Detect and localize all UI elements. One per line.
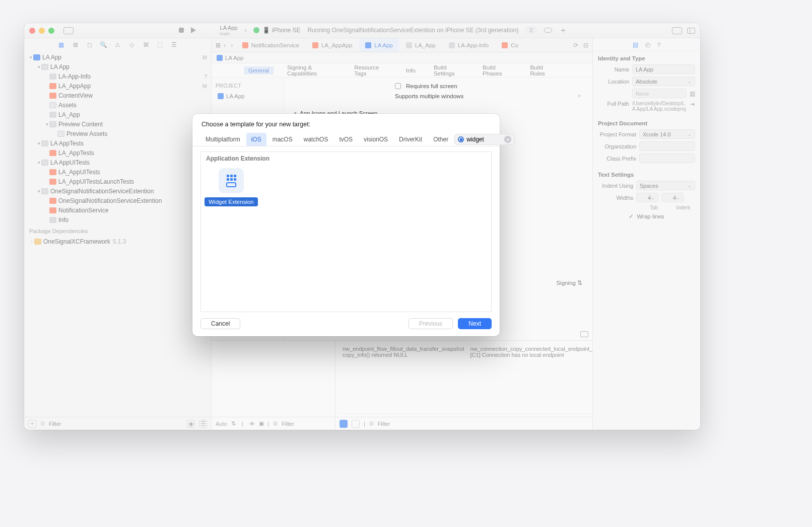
minimap-icon[interactable]	[580, 331, 588, 337]
tree-row[interactable]: ›OneSignalNotificationServiceExtention	[24, 196, 211, 205]
editor-tab[interactable]: LA_AppApp	[306, 38, 358, 52]
scm-filter-icon[interactable]: ☰	[199, 420, 207, 428]
classprefix-field[interactable]	[639, 154, 695, 163]
find-icon[interactable]: 🔍	[100, 41, 107, 48]
tree-row[interactable]: ›ContentView	[24, 91, 211, 100]
grid-icon[interactable]: ⊞	[216, 42, 221, 49]
editor-tab[interactable]: LA App	[359, 38, 398, 52]
scope-icon[interactable]: ⊙	[40, 420, 45, 427]
nav-forward-icon[interactable]: ›	[229, 41, 235, 49]
recent-icon[interactable]: ◉	[187, 420, 195, 428]
platform-tab[interactable]: watchOS	[299, 133, 333, 146]
run-icon[interactable]	[191, 27, 196, 33]
location-sub-field[interactable]: None	[632, 89, 687, 98]
issue-count-badge[interactable]: 2	[525, 26, 536, 34]
assistant-icon[interactable]: ⊟	[583, 42, 588, 49]
tree-row[interactable]: ›LA_AppUITests	[24, 167, 211, 177]
source-control-icon[interactable]: ⊠	[72, 41, 79, 48]
history-inspector-icon[interactable]: ◴	[645, 41, 650, 48]
package-item[interactable]: › OneSignalXCFramework 5.1.3	[24, 237, 211, 247]
wrap-checkbox-icon[interactable]: ✓	[629, 213, 634, 220]
platform-tab[interactable]: visionOS	[359, 133, 393, 146]
organization-field[interactable]	[639, 141, 695, 151]
window-traffic-lights[interactable]	[29, 28, 54, 34]
chevron-icon[interactable]: ▾	[36, 160, 41, 165]
tree-row[interactable]: ▾LA App	[24, 62, 211, 71]
file-inspector-icon[interactable]: ▤	[633, 41, 638, 48]
add-icon[interactable]: ＋	[559, 25, 567, 36]
chevron-updown-icon[interactable]: ⇅	[231, 420, 236, 427]
zoom-icon[interactable]	[48, 28, 54, 34]
indent-select[interactable]: Spaces⌄	[636, 181, 695, 190]
chevron-icon[interactable]: ▾	[36, 189, 41, 194]
requires-fullscreen-checkbox[interactable]	[395, 83, 401, 89]
reveal-icon[interactable]: ➜	[690, 101, 695, 108]
filter-icon[interactable]: ⊙	[273, 420, 278, 427]
breadcrumb[interactable]: LA App	[212, 52, 592, 63]
tree-row[interactable]: ›Preview Assets	[24, 129, 211, 138]
eye-icon[interactable]: 👁	[249, 421, 255, 427]
variables-view[interactable]: Auto ⇅ | 👁 ▣ | ⊙	[212, 341, 335, 430]
tree-row[interactable]: ▾Preview Content	[24, 119, 211, 129]
settings-tab[interactable]: Signing & Capabilities	[283, 63, 341, 78]
add-row-icon[interactable]: ＋	[576, 92, 582, 100]
tree-row[interactable]: ›Info	[24, 215, 211, 223]
indent-width-stepper[interactable]: 4 ⌄	[661, 193, 684, 202]
nav-back-icon[interactable]: ‹	[222, 41, 228, 49]
tree-row[interactable]: ›LA_App	[24, 110, 211, 119]
debug-icon[interactable]: ⌘	[143, 41, 150, 48]
editor-tab[interactable]: NotificationService	[236, 38, 305, 52]
chevron-icon[interactable]: ▾	[36, 141, 41, 146]
platform-tab[interactable]: iOS	[246, 133, 266, 146]
platform-tab[interactable]: macOS	[267, 133, 298, 146]
platform-tab[interactable]: tvOS	[334, 133, 358, 146]
breakpoint-icon[interactable]: ⬚	[157, 41, 164, 48]
template-widget-extension[interactable]: Widget Extension	[208, 168, 254, 206]
tree-row[interactable]: ›LA_AppTests	[24, 148, 211, 158]
tree-row[interactable]: ›LA-App-Info?	[24, 71, 211, 81]
project-list-item[interactable]: LA App	[216, 92, 280, 101]
settings-tab[interactable]: Build Settings	[429, 63, 469, 78]
tree-row[interactable]: ›NotificationService	[24, 205, 211, 215]
settings-tab[interactable]: Build Phases	[478, 63, 516, 78]
quicklook-icon[interactable]: ▣	[259, 420, 264, 427]
cancel-button[interactable]: Cancel	[200, 318, 240, 329]
editor-tab[interactable]: Co	[496, 38, 524, 52]
inspector-selector[interactable]: ▤ ◴ ?	[593, 38, 700, 51]
add-target-button[interactable]: ＋	[28, 420, 36, 428]
navigator-toggle-icon[interactable]	[63, 27, 74, 34]
previous-button[interactable]: Previous	[409, 318, 453, 329]
library-icon[interactable]	[672, 27, 682, 34]
chevron-icon[interactable]: ▾	[28, 55, 33, 60]
console-output-icon[interactable]	[340, 420, 348, 428]
tree-row[interactable]: ›LA_AppAppM	[24, 81, 211, 91]
tree-row[interactable]: ▾LA AppM	[24, 52, 211, 62]
scheme-button[interactable]: LA App main	[220, 25, 238, 36]
template-search-input[interactable]	[466, 136, 502, 143]
project-settings-tabs[interactable]: GeneralSigning & CapabilitiesResource Ta…	[212, 63, 592, 78]
tree-row[interactable]: ▾OneSignalNotificationServiceExtention	[24, 186, 211, 196]
inspector-toggle-icon[interactable]	[687, 28, 695, 34]
bookmark-icon[interactable]: ◻	[86, 41, 93, 48]
settings-tab[interactable]: Build Rules	[525, 63, 560, 78]
editor-tab[interactable]: LA_App	[400, 38, 442, 52]
help-inspector-icon[interactable]: ?	[657, 42, 660, 48]
clear-icon[interactable]: ✕	[504, 136, 511, 143]
run-destination[interactable]: 📱 iPhone SE	[253, 27, 300, 34]
minimize-icon[interactable]	[39, 28, 45, 34]
chevron-updown-icon[interactable]: ⇅	[577, 280, 582, 286]
template-search-wrap[interactable]: ✕	[454, 134, 515, 145]
format-select[interactable]: Xcode 14.0⌄	[639, 129, 695, 139]
test-icon[interactable]: ◇	[128, 41, 136, 48]
settings-tab[interactable]: Resource Tags	[350, 63, 392, 78]
refresh-icon[interactable]: ⟳	[573, 42, 578, 49]
platform-tab[interactable]: Other	[428, 133, 453, 146]
chevron-icon[interactable]: ▾	[36, 64, 41, 69]
auto-scope-button[interactable]: Auto	[216, 421, 227, 427]
tree-row[interactable]: ▾LA AppTests	[24, 138, 211, 148]
tree-row[interactable]: ▾LA AppUITests	[24, 158, 211, 167]
console-metadata-icon[interactable]	[352, 420, 360, 428]
tree-row[interactable]: ›LA_AppUITestsLaunchTests	[24, 177, 211, 186]
cloud-icon[interactable]	[544, 28, 552, 33]
platform-tab[interactable]: Multiplatform	[200, 133, 245, 146]
